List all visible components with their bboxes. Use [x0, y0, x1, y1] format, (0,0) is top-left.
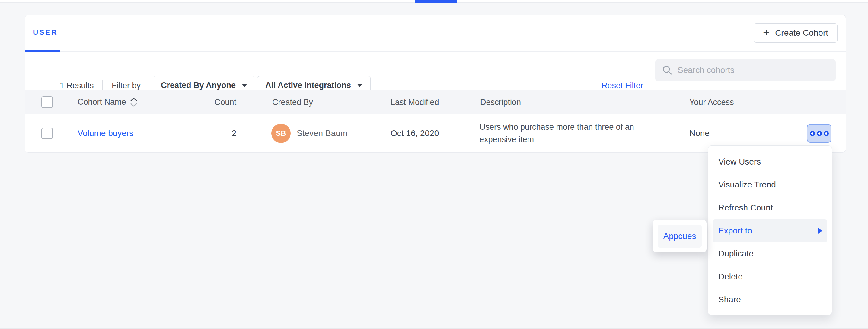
dot-icon	[824, 131, 829, 136]
panel-tab-bar: USER + Create Cohort	[25, 15, 846, 52]
column-header-count[interactable]: Count	[200, 98, 236, 107]
search-icon	[662, 65, 673, 76]
integrations-filter-label: All Active Integrations	[265, 81, 351, 90]
dot-icon	[810, 131, 815, 136]
avatar: SB	[271, 124, 291, 143]
search-input[interactable]	[678, 65, 829, 75]
created-by-filter-label: Created By Anyone	[161, 81, 236, 90]
results-count: 1 Results	[60, 81, 94, 90]
row-checkbox[interactable]	[41, 128, 53, 139]
dot-icon	[817, 131, 822, 136]
tab-user[interactable]: USER	[33, 28, 58, 36]
column-header-created-by[interactable]: Created By	[272, 98, 313, 107]
select-all-checkbox[interactable]	[41, 97, 53, 108]
export-submenu: Appcues	[653, 220, 707, 252]
menu-item-export-to[interactable]: Export to...	[713, 219, 827, 242]
column-header-your-access[interactable]: Your Access	[689, 98, 734, 107]
column-header-last-modified[interactable]: Last Modified	[391, 98, 439, 107]
cohorts-panel: USER + Create Cohort 1 Results Filter by…	[25, 15, 846, 153]
table-header-row: Cohort Name Count Created By Last Modifi…	[25, 90, 846, 114]
chevron-down-icon	[357, 84, 363, 87]
menu-item-visualize-trend[interactable]: Visualize Trend	[708, 173, 832, 196]
last-modified-date: Oct 16, 2020	[391, 129, 439, 138]
create-cohort-button[interactable]: + Create Cohort	[754, 23, 838, 43]
row-actions-button[interactable]	[807, 124, 832, 143]
menu-item-duplicate[interactable]: Duplicate	[708, 242, 832, 265]
chevron-down-icon	[242, 84, 247, 87]
filter-separator	[102, 80, 103, 92]
cohort-name-link[interactable]: Volume buyers	[78, 129, 133, 138]
top-nav-edge	[0, 0, 868, 3]
cohort-count: 2	[200, 129, 236, 138]
tab-active-underline	[25, 50, 60, 52]
menu-item-view-users[interactable]: View Users	[708, 150, 832, 173]
submenu-item-appcues[interactable]: Appcues	[658, 225, 702, 248]
column-header-description[interactable]: Description	[480, 98, 521, 107]
column-header-cohort-name[interactable]: Cohort Name	[78, 97, 137, 108]
active-nav-tab-indicator	[415, 0, 457, 3]
create-cohort-label: Create Cohort	[775, 28, 828, 38]
reset-filter-link[interactable]: Reset Filter	[601, 81, 643, 90]
menu-item-delete[interactable]: Delete	[708, 265, 832, 288]
submenu-arrow-icon	[818, 228, 823, 234]
menu-item-refresh-count[interactable]: Refresh Count	[708, 196, 832, 219]
your-access-value: None	[689, 129, 710, 138]
filter-by-label: Filter by	[112, 81, 141, 90]
cohort-description: Users who purchase more than three of an…	[479, 121, 664, 146]
menu-item-share[interactable]: Share	[708, 288, 832, 311]
sort-icon[interactable]	[130, 97, 137, 108]
menu-item-export-label: Export to...	[718, 226, 759, 236]
plus-icon: +	[763, 27, 770, 38]
search-cohorts-box[interactable]	[655, 59, 836, 81]
created-by-name: Steven Baum	[297, 129, 347, 138]
row-actions-menu: View Users Visualize Trend Refresh Count…	[708, 145, 832, 316]
cohorts-page: USER + Create Cohort 1 Results Filter by…	[0, 0, 868, 329]
